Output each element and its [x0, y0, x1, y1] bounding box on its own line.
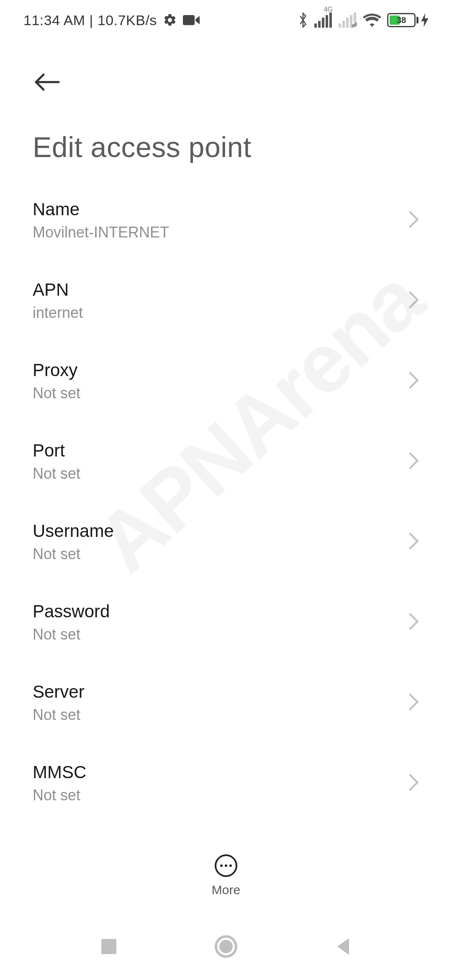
row-value: Not set [33, 465, 80, 482]
row-label: Port [33, 441, 80, 461]
system-nav-bar [0, 913, 452, 980]
nav-back-button[interactable] [318, 921, 368, 972]
row-proxy[interactable]: Proxy Not set [0, 341, 452, 421]
row-label: MMSC [33, 762, 86, 782]
svg-rect-5 [329, 13, 332, 28]
status-right: 4G 38 [298, 12, 429, 28]
status-left: 11:34 AM | 10.7KB/s [23, 12, 200, 28]
svg-rect-1 [314, 23, 317, 28]
charging-bolt-icon [421, 13, 429, 27]
battery-percent-text: 38 [388, 14, 414, 26]
signal-sim2-icon [339, 13, 357, 28]
svg-rect-2 [318, 21, 321, 28]
svg-rect-7 [342, 21, 345, 28]
row-value: Not set [33, 384, 80, 402]
page-title: Edit access point [33, 131, 419, 163]
chevron-right-icon [408, 451, 419, 472]
apn-settings-list: APNArena Name Movilnet-INTERNET APN inte… [0, 180, 452, 904]
row-label: Proxy [33, 360, 80, 380]
row-apn[interactable]: APN internet [0, 260, 452, 341]
triangle-left-icon [334, 936, 352, 957]
status-time: 11:34 AM [23, 12, 85, 28]
more-circle-icon [214, 854, 238, 878]
signal-sim1-icon: 4G [314, 13, 333, 28]
status-bar: 11:34 AM | 10.7KB/s 4G 38 [0, 0, 452, 40]
square-icon [100, 937, 118, 956]
row-label: Name [33, 199, 169, 219]
chevron-right-icon [408, 210, 419, 230]
svg-rect-4 [326, 15, 328, 28]
chevron-right-icon [408, 773, 419, 793]
gear-icon [163, 13, 177, 27]
svg-rect-0 [183, 15, 195, 25]
row-label: Server [33, 682, 85, 702]
row-password[interactable]: Password Not set [0, 582, 452, 663]
svg-rect-16 [101, 939, 116, 954]
camera-icon [183, 14, 200, 26]
circle-icon [214, 935, 238, 958]
chevron-right-icon [408, 371, 419, 391]
chevron-right-icon [408, 693, 419, 713]
svg-point-13 [220, 864, 223, 867]
row-username[interactable]: Username Not set [0, 502, 452, 582]
row-name[interactable]: Name Movilnet-INTERNET [0, 180, 452, 260]
wifi-icon [363, 13, 381, 27]
chevron-right-icon [408, 532, 419, 552]
svg-point-18 [219, 940, 233, 953]
row-value: Not set [33, 787, 86, 804]
back-button[interactable] [33, 65, 66, 99]
more-label: More [212, 883, 240, 897]
row-value: Not set [33, 545, 114, 563]
row-mmsc[interactable]: MMSC Not set [0, 743, 452, 823]
status-separator: | [85, 12, 98, 28]
chevron-right-icon [408, 612, 419, 632]
row-label: Username [33, 521, 114, 541]
row-label: APN [33, 280, 83, 300]
row-value: Not set [33, 626, 110, 643]
svg-point-14 [225, 864, 227, 867]
row-value: internet [33, 304, 83, 322]
arrow-left-icon [33, 72, 63, 92]
svg-rect-3 [322, 18, 324, 28]
nav-home-button[interactable] [201, 921, 251, 972]
bottom-toolbar: More [0, 838, 452, 913]
row-server[interactable]: Server Not set [0, 663, 452, 743]
chevron-right-icon [408, 291, 419, 311]
status-data-rate: 10.7KB/s [98, 12, 157, 28]
row-value: Movilnet-INTERNET [33, 224, 169, 241]
svg-rect-6 [339, 23, 341, 28]
row-label: Password [33, 601, 110, 622]
nav-recents-button[interactable] [84, 921, 134, 972]
bluetooth-icon [298, 12, 308, 28]
row-port[interactable]: Port Not set [0, 421, 452, 502]
more-button[interactable]: More [212, 854, 240, 897]
row-value: Not set [33, 706, 85, 724]
network-type-label: 4G [324, 6, 333, 13]
svg-rect-8 [346, 18, 349, 28]
battery-indicator: 38 [387, 13, 429, 27]
svg-point-15 [229, 864, 232, 867]
